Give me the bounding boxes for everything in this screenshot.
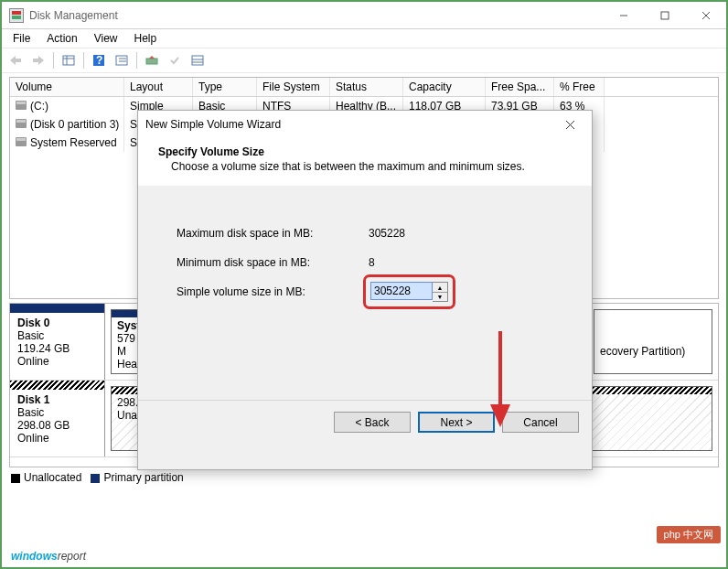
max-space-label: Maximum disk space in MB:	[177, 227, 369, 240]
spin-up-icon[interactable]: ▲	[433, 283, 447, 292]
watermark-windowsreport: windowsreport	[11, 547, 86, 564]
menu-action[interactable]: Action	[39, 30, 84, 47]
col-status[interactable]: Status	[330, 78, 403, 96]
min-space-label: Minimum disk space in MB:	[177, 256, 369, 269]
wizard-body: Maximum disk space in MB: 305228 Minimum…	[138, 186, 592, 400]
wizard-titlebar: New Simple Volume Wizard	[138, 111, 592, 138]
grid-icon[interactable]	[59, 50, 79, 70]
spin-down-icon[interactable]: ▼	[433, 292, 447, 301]
svg-rect-4	[63, 56, 74, 65]
svg-rect-1	[661, 12, 669, 19]
col-layout[interactable]: Layout	[124, 78, 193, 96]
legend: Unallocated Primary partition	[2, 467, 726, 488]
max-space-value: 305228	[369, 227, 405, 240]
disk-label[interactable]: Disk 0 Basic 119.24 GB Online	[10, 304, 105, 380]
forward-icon	[28, 50, 48, 70]
titlebar: Disk Management	[2, 2, 726, 29]
svg-marker-19	[490, 404, 510, 427]
check-icon	[165, 50, 185, 70]
back-button[interactable]: < Back	[334, 412, 411, 433]
wizard-dialog: New Simple Volume Wizard Specify Volume …	[137, 110, 593, 470]
partition[interactable]: ecovery Partition)	[594, 309, 712, 374]
toolbar: ?	[2, 48, 726, 73]
swatch-unallocated	[11, 474, 20, 483]
wizard-header: Specify Volume Size Choose a volume size…	[138, 138, 592, 186]
maximize-button[interactable]	[644, 3, 685, 28]
help-icon[interactable]: ?	[89, 50, 109, 70]
volume-size-spinner: ▲ ▼	[369, 280, 450, 304]
col-capacity[interactable]: Capacity	[403, 78, 486, 96]
window-title: Disk Management	[29, 9, 603, 22]
back-icon	[5, 50, 26, 70]
col-filesystem[interactable]: File System	[257, 78, 330, 96]
close-button[interactable]	[685, 3, 726, 28]
col-free[interactable]: Free Spa...	[486, 78, 554, 96]
table-header: Volume Layout Type File System Status Ca…	[10, 78, 718, 97]
disk-label[interactable]: Disk 1 Basic 298.08 GB Online	[10, 381, 105, 456]
refresh-volumes-icon[interactable]	[142, 50, 162, 70]
list-icon[interactable]	[187, 50, 208, 70]
svg-rect-9	[116, 56, 127, 65]
wizard-subheading: Choose a volume size that is between the…	[158, 160, 572, 173]
svg-text:?: ?	[96, 54, 102, 67]
menubar: File Action View Help	[2, 29, 726, 48]
volume-size-input[interactable]	[370, 282, 433, 300]
menu-help[interactable]: Help	[127, 30, 165, 47]
volume-size-label: Simple volume size in MB:	[177, 285, 369, 298]
annotation-arrow-icon	[487, 322, 514, 432]
disk-icon	[16, 137, 27, 146]
details-icon[interactable]	[112, 50, 132, 70]
disk-icon	[16, 119, 27, 128]
col-type[interactable]: Type	[193, 78, 257, 96]
wizard-heading: Specify Volume Size	[158, 145, 572, 158]
svg-rect-12	[146, 59, 157, 64]
svg-rect-13	[192, 56, 203, 65]
next-button[interactable]: Next >	[418, 412, 495, 433]
app-window: Disk Management File Action View Help ? …	[0, 0, 728, 569]
menu-view[interactable]: View	[87, 30, 125, 47]
menu-file[interactable]: File	[5, 30, 37, 47]
wizard-title: New Simple Volume Wizard	[145, 118, 555, 131]
close-icon[interactable]	[555, 113, 584, 135]
minimize-button[interactable]	[603, 3, 644, 28]
wizard-footer: < Back Next > Cancel	[138, 400, 592, 444]
swatch-primary	[91, 474, 100, 483]
watermark-php: php 中文网	[657, 526, 721, 543]
min-space-value: 8	[369, 256, 375, 269]
disk-icon	[16, 101, 27, 110]
app-icon	[9, 8, 24, 23]
col-pfree[interactable]: % Free	[554, 78, 605, 96]
col-volume[interactable]: Volume	[10, 78, 124, 96]
